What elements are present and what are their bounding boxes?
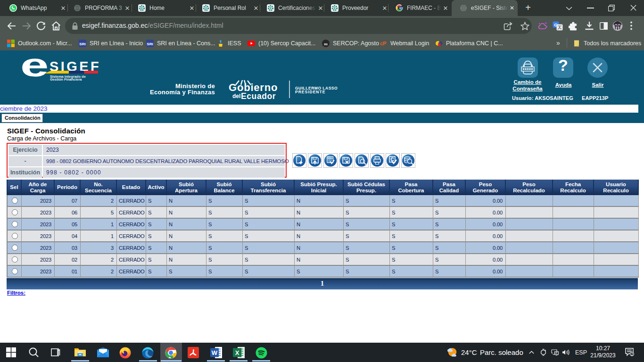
svg-text:m: m	[324, 41, 328, 46]
svg-text:W: W	[212, 349, 218, 356]
svg-text:SRi: SRi	[79, 41, 85, 46]
svg-text:cP: cP	[380, 41, 386, 46]
svg-text:SRi: SRi	[147, 41, 153, 46]
svg-text:X: X	[235, 349, 239, 356]
svg-text:2: 2	[631, 352, 633, 356]
